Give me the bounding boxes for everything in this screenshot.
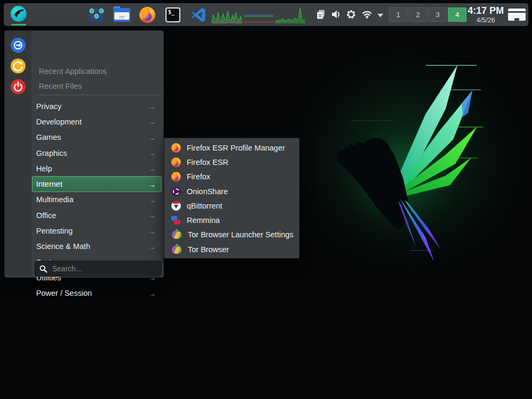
- terminal-icon: $_: [165, 7, 180, 22]
- submenu-item-tor-browser-launcher-settings[interactable]: Tor Browser Launcher Settings: [164, 228, 299, 242]
- menu-category-help[interactable]: Help→: [32, 161, 162, 176]
- app-label: Firefox ESR: [187, 158, 228, 167]
- search-input[interactable]: [51, 264, 157, 273]
- folder-icon: [113, 8, 130, 22]
- log-out-button[interactable]: [11, 38, 26, 53]
- app-label: Tor Browser: [188, 245, 229, 254]
- category-label: Development: [36, 118, 81, 126]
- submenu-item-qbittorrent[interactable]: qBittorrent: [164, 198, 299, 213]
- category-label: Multimedia: [36, 195, 73, 204]
- settings-gear-tray-icon[interactable]: [346, 9, 356, 20]
- qbittorrent-icon: [171, 201, 181, 211]
- workspace-2[interactable]: 2: [409, 7, 427, 22]
- submenu-item-firefox-esr-profile-manager[interactable]: Firefox ESR Profile Manager: [164, 140, 299, 155]
- app-menu-button[interactable]: [9, 3, 29, 26]
- disk-monitor-graph[interactable]: [275, 7, 305, 23]
- menu-category-pentesting[interactable]: Pentesting→: [32, 223, 162, 238]
- app-label: Firefox ESR Profile Manager: [187, 144, 285, 152]
- category-label: Pentesting: [36, 227, 73, 235]
- workspace-3[interactable]: 3: [428, 7, 447, 22]
- submenu-arrow-icon: →: [148, 102, 156, 111]
- app-label: Remmina: [187, 216, 220, 225]
- submenu-item-onionshare[interactable]: OnionShare: [164, 184, 299, 198]
- terminal-launcher[interactable]: $_: [165, 7, 180, 22]
- tor-icon: [172, 245, 181, 254]
- workspace-1[interactable]: 1: [389, 7, 408, 22]
- submenu-arrow-icon: →: [148, 133, 156, 142]
- wifi-tray-icon[interactable]: [362, 9, 372, 20]
- submenu-item-firefox-esr[interactable]: Firefox ESR: [164, 155, 299, 169]
- file-manager-launcher[interactable]: [113, 7, 130, 22]
- network-monitor-graph[interactable]: [244, 7, 273, 23]
- recent-files-item[interactable]: Recent Files: [39, 79, 156, 94]
- firefox-launcher[interactable]: [139, 7, 155, 23]
- sliders-icon: [90, 7, 104, 23]
- workspace-4[interactable]: 4: [448, 7, 467, 22]
- submenu-arrow-icon: →: [148, 195, 156, 204]
- shut-down-button[interactable]: [11, 79, 26, 94]
- restart-button[interactable]: [11, 59, 26, 73]
- category-label: Help: [36, 164, 52, 173]
- submenu-list: Firefox ESR Profile ManagerFirefox ESRFi…: [164, 140, 299, 256]
- app-label: Firefox: [187, 172, 210, 181]
- category-label: Power / Session: [36, 289, 92, 297]
- settings-manager-launcher[interactable]: [90, 7, 104, 23]
- active-indicator: [11, 24, 26, 26]
- submenu-arrow-icon: →: [148, 211, 156, 220]
- menu-category-internet[interactable]: Internet→: [32, 176, 162, 192]
- submenu-arrow-icon: →: [148, 242, 156, 251]
- menu-separator: [35, 95, 161, 95]
- tray-expand-chevron-icon[interactable]: [377, 13, 384, 18]
- show-desktop-button[interactable]: [508, 9, 526, 21]
- clock[interactable]: 4:17 PM 4/5/26: [466, 5, 506, 24]
- clock-time: 4:17 PM: [466, 5, 506, 16]
- category-label: Internet: [36, 180, 62, 188]
- clipboard-tray-icon[interactable]: [315, 9, 326, 20]
- menu-category-privacy[interactable]: Privacy→: [32, 98, 162, 114]
- firefox-icon: [139, 7, 155, 23]
- app-label: OnionShare: [187, 187, 228, 196]
- app-label: Tor Browser Launcher Settings: [188, 230, 293, 239]
- shut-down-icon: [11, 79, 26, 94]
- submenu-arrow-icon: →: [148, 117, 156, 126]
- submenu-arrow-icon: →: [148, 289, 156, 298]
- menu-category-office[interactable]: Office→: [32, 207, 162, 223]
- vscode-launcher[interactable]: [190, 7, 206, 25]
- menu-category-games[interactable]: Games→: [32, 130, 162, 145]
- submenu-item-remmina[interactable]: Remmina: [164, 213, 299, 227]
- menu-category-power-session[interactable]: Power / Session→: [32, 286, 162, 301]
- firefox-icon: [171, 172, 181, 181]
- submenu-item-tor-browser[interactable]: Tor Browser: [164, 242, 299, 256]
- recent-applications-item[interactable]: Recent Applications: [39, 64, 156, 79]
- parrot-logo-icon: [11, 6, 27, 22]
- search-icon: [39, 265, 47, 273]
- cpu-monitor-graph[interactable]: [212, 7, 242, 23]
- submenu-item-firefox[interactable]: Firefox: [164, 170, 299, 184]
- remmina-icon: [171, 215, 181, 225]
- submenu-arrow-icon: →: [148, 148, 156, 157]
- category-label: Games: [36, 133, 61, 142]
- firefox-icon: [171, 143, 181, 153]
- onionshare-icon: [171, 187, 181, 196]
- category-label: Privacy: [36, 102, 62, 111]
- firefox-icon: [171, 157, 181, 167]
- menu-category-multimedia[interactable]: Multimedia→: [32, 192, 162, 207]
- vscode-icon: [190, 7, 206, 23]
- internet-submenu: Firefox ESR Profile ManagerFirefox ESRFi…: [164, 138, 300, 259]
- search-box[interactable]: [35, 261, 162, 277]
- applications-menu: Recent Applications Recent Files Privacy…: [4, 30, 164, 278]
- category-label: Graphics: [36, 149, 67, 157]
- submenu-arrow-icon: →: [148, 227, 156, 236]
- category-label: Science & Math: [36, 242, 90, 251]
- app-label: qBittorrent: [187, 202, 222, 210]
- menu-category-development[interactable]: Development→: [32, 114, 162, 129]
- tor-icon: [172, 230, 181, 239]
- menu-category-science-math[interactable]: Science & Math→: [32, 239, 162, 254]
- category-label: Office: [36, 211, 56, 220]
- top-panel: $_ 1234 4:17 PM 4/5/26: [4, 3, 528, 26]
- clock-date: 4/5/26: [466, 16, 506, 24]
- volume-tray-icon[interactable]: [330, 9, 341, 20]
- submenu-arrow-icon: →: [148, 164, 156, 173]
- restart-icon: [11, 59, 26, 73]
- menu-category-graphics[interactable]: Graphics→: [32, 145, 162, 161]
